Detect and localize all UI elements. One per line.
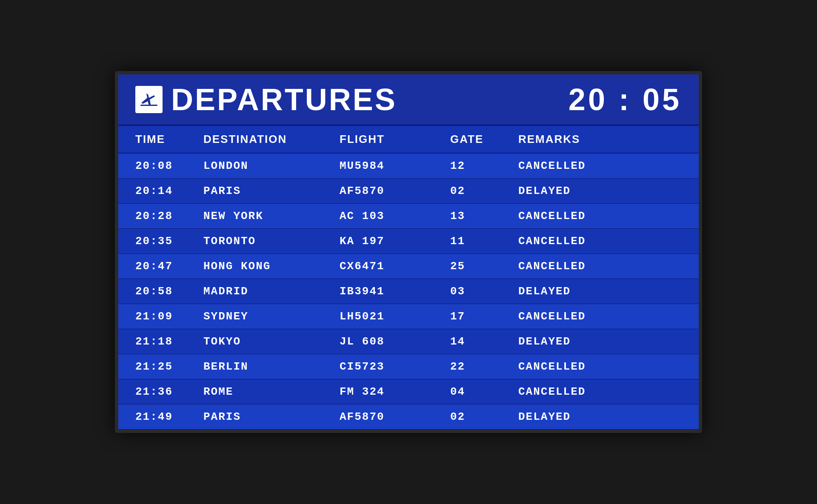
flight-remarks: CANCELLED bbox=[518, 159, 682, 172]
flight-remarks: DELAYED bbox=[518, 285, 682, 298]
flight-number: KA 197 bbox=[340, 235, 450, 248]
flight-time: 20:08 bbox=[135, 159, 203, 172]
flight-remarks: CANCELLED bbox=[518, 260, 682, 273]
svg-rect-1 bbox=[140, 105, 157, 106]
table-row: 21:25BERLINCI572322CANCELLED bbox=[118, 354, 699, 379]
header-left: DEPARTURES bbox=[135, 82, 397, 117]
flight-number: AF5870 bbox=[340, 185, 450, 197]
flight-gate: 13 bbox=[450, 210, 518, 222]
flight-number: AC 103 bbox=[340, 210, 450, 222]
flight-number: CX6471 bbox=[340, 260, 450, 273]
table-row: 20:08LONDONMU598412CANCELLED bbox=[118, 154, 699, 179]
flight-time: 20:14 bbox=[135, 185, 203, 197]
flight-destination: TORONTO bbox=[203, 235, 340, 248]
flight-number: MU5984 bbox=[340, 159, 450, 172]
flight-destination: SYDNEY bbox=[203, 310, 340, 323]
table-row: 20:28NEW YORKAC 10313CANCELLED bbox=[118, 204, 699, 229]
flight-remarks: DELAYED bbox=[518, 410, 682, 423]
col-flight: FLIGHT bbox=[340, 133, 450, 146]
flight-time: 20:47 bbox=[135, 260, 203, 273]
flight-remarks: CANCELLED bbox=[518, 210, 682, 222]
col-time: TIME bbox=[135, 133, 203, 146]
flight-time: 21:09 bbox=[135, 310, 203, 323]
flight-gate: 25 bbox=[450, 260, 518, 273]
flight-gate: 14 bbox=[450, 335, 518, 348]
flight-number: LH5021 bbox=[340, 310, 450, 323]
flight-gate: 03 bbox=[450, 285, 518, 298]
col-destination: DESTINATION bbox=[203, 133, 340, 146]
board-time: 20 : 05 bbox=[568, 82, 682, 117]
plane-svg bbox=[139, 89, 159, 110]
flight-gate: 12 bbox=[450, 159, 518, 172]
flight-destination: HONG KONG bbox=[203, 260, 340, 273]
flight-gate: 11 bbox=[450, 235, 518, 248]
flight-time: 21:36 bbox=[135, 385, 203, 398]
table-row: 21:18TOKYOJL 60814DELAYED bbox=[118, 329, 699, 354]
table-row: 20:14PARISAF587002DELAYED bbox=[118, 179, 699, 204]
flight-time: 21:25 bbox=[135, 360, 203, 373]
plane-icon bbox=[135, 86, 163, 113]
flights-list: 20:08LONDONMU598412CANCELLED20:14PARISAF… bbox=[118, 154, 699, 430]
col-remarks: REMARKS bbox=[518, 133, 682, 146]
flight-time: 20:35 bbox=[135, 235, 203, 248]
departures-board: DEPARTURES 20 : 05 TIME DESTINATION FLIG… bbox=[115, 71, 702, 433]
flight-destination: ROME bbox=[203, 385, 340, 398]
flight-number: IB3941 bbox=[340, 285, 450, 298]
flight-gate: 22 bbox=[450, 360, 518, 373]
flight-remarks: DELAYED bbox=[518, 335, 682, 348]
table-row: 20:35TORONTOKA 19711CANCELLED bbox=[118, 229, 699, 254]
table-row: 21:36ROMEFM 32404CANCELLED bbox=[118, 379, 699, 404]
flight-gate: 02 bbox=[450, 185, 518, 197]
flight-remarks: CANCELLED bbox=[518, 385, 682, 398]
flight-destination: PARIS bbox=[203, 410, 340, 423]
flight-time: 21:49 bbox=[135, 410, 203, 423]
flight-time: 21:18 bbox=[135, 335, 203, 348]
flight-destination: TOKYO bbox=[203, 335, 340, 348]
flight-number: CI5723 bbox=[340, 360, 450, 373]
flight-remarks: CANCELLED bbox=[518, 310, 682, 323]
flight-gate: 04 bbox=[450, 385, 518, 398]
col-gate: GATE bbox=[450, 133, 518, 146]
board-header: DEPARTURES 20 : 05 bbox=[118, 74, 699, 126]
flight-time: 20:58 bbox=[135, 285, 203, 298]
board-title: DEPARTURES bbox=[171, 82, 397, 117]
flight-remarks: CANCELLED bbox=[518, 360, 682, 373]
flight-destination: LONDON bbox=[203, 159, 340, 172]
column-headers: TIME DESTINATION FLIGHT GATE REMARKS bbox=[118, 126, 699, 154]
flight-number: AF5870 bbox=[340, 410, 450, 423]
flight-destination: NEW YORK bbox=[203, 210, 340, 222]
flight-time: 20:28 bbox=[135, 210, 203, 222]
table-row: 21:49PARISAF587002DELAYED bbox=[118, 404, 699, 430]
flight-remarks: CANCELLED bbox=[518, 235, 682, 248]
table-row: 21:09SYDNEYLH502117CANCELLED bbox=[118, 304, 699, 329]
flight-destination: MADRID bbox=[203, 285, 340, 298]
flight-remarks: DELAYED bbox=[518, 185, 682, 197]
table-row: 20:58MADRIDIB394103DELAYED bbox=[118, 279, 699, 304]
flight-destination: PARIS bbox=[203, 185, 340, 197]
flight-destination: BERLIN bbox=[203, 360, 340, 373]
flight-number: JL 608 bbox=[340, 335, 450, 348]
table-row: 20:47HONG KONGCX647125CANCELLED bbox=[118, 254, 699, 279]
flight-gate: 02 bbox=[450, 410, 518, 423]
flight-number: FM 324 bbox=[340, 385, 450, 398]
flight-gate: 17 bbox=[450, 310, 518, 323]
